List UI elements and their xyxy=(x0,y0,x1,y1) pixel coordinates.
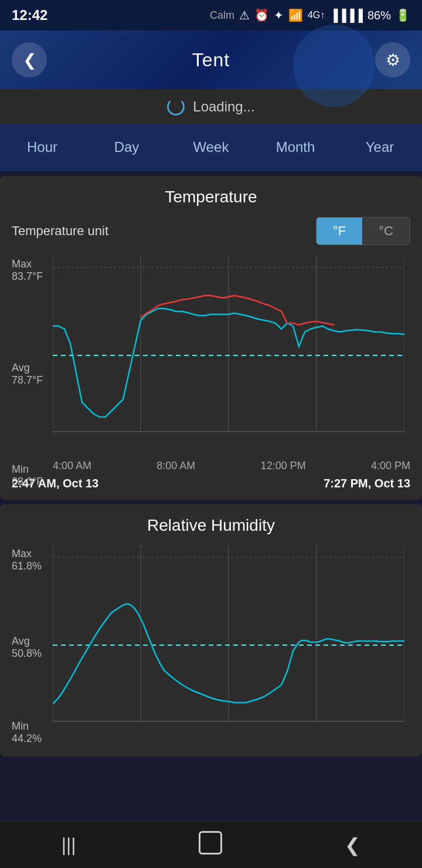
battery-icon: 🔋 xyxy=(396,8,410,22)
menu-icon: ||| xyxy=(62,834,76,855)
status-bar: 12:42 Calm ⚠ ⏰ ✦ 📶 4G↑ ▐▐▐▐ 86% 🔋 xyxy=(0,0,422,30)
temperature-date-range: 2:47 AM, Oct 13 7:27 PM, Oct 13 xyxy=(12,477,410,490)
tab-bar: Hour Day Week Month Year xyxy=(0,124,422,171)
time-label-2: 8:00 AM xyxy=(156,460,195,472)
home-button[interactable] xyxy=(181,825,240,865)
unit-celsius-button[interactable]: °C xyxy=(362,218,410,245)
alarm-icon: ⏰ xyxy=(254,8,269,22)
humidity-chart-svg xyxy=(53,545,404,745)
tab-week[interactable]: Week xyxy=(169,124,253,171)
humidity-avg-label: Avg 50.8% xyxy=(12,635,53,660)
wifi-icon: 📶 xyxy=(288,8,303,22)
humidity-max-label: Max 61.8% xyxy=(12,548,53,572)
network-icon: 4G↑ xyxy=(308,10,325,21)
temp-max-label: Max 83.7°F xyxy=(12,258,53,283)
chart-start-date: 2:47 AM, Oct 13 xyxy=(12,477,98,490)
humidity-title: Relative Humidity xyxy=(12,516,410,535)
time-label-1: 4:00 AM xyxy=(53,460,91,472)
unit-fahrenheit-button[interactable]: °F xyxy=(316,218,362,245)
temperature-svg-wrap xyxy=(53,256,410,457)
chart-end-date: 7:27 PM, Oct 13 xyxy=(324,477,410,490)
humidity-y-labels: Max 61.8% Avg 50.8% Min 44.2% xyxy=(12,545,53,747)
back-button[interactable]: ❮ xyxy=(12,42,47,77)
unit-toggle[interactable]: °F °C xyxy=(316,217,410,245)
status-time: 12:42 xyxy=(12,7,47,23)
temperature-chart-container: Max 83.7°F Avg 78.7°F Min 68.0°F xyxy=(12,256,410,490)
status-icons: Calm ⚠ ⏰ ✦ 📶 4G↑ ▐▐▐▐ 86% 🔋 xyxy=(210,8,410,22)
unit-row: Temperature unit °F °C xyxy=(12,217,410,245)
page-title: Tent xyxy=(192,49,230,71)
alert-icon: ⚠ xyxy=(239,8,250,22)
tab-day[interactable]: Day xyxy=(84,124,169,171)
settings-icon: ⚙ xyxy=(386,50,400,70)
loading-spinner xyxy=(167,98,185,116)
battery-percent: 86% xyxy=(367,9,391,22)
top-nav: ❮ Tent ⚙ xyxy=(0,30,422,89)
humidity-chart-container: Max 61.8% Avg 50.8% Min 44.2% xyxy=(12,545,410,747)
tab-month[interactable]: Month xyxy=(253,124,338,171)
temperature-time-labels: 4:00 AM 8:00 AM 12:00 PM 4:00 PM xyxy=(53,460,410,472)
back-icon: ❮ xyxy=(23,50,36,70)
back-nav-button[interactable]: ❮ xyxy=(327,828,378,862)
temp-avg-label: Avg 78.7°F xyxy=(12,362,53,386)
unit-label: Temperature unit xyxy=(12,223,108,239)
tab-year[interactable]: Year xyxy=(338,124,422,171)
temperature-y-labels: Max 83.7°F Avg 78.7°F Min 68.0°F xyxy=(12,256,53,490)
bluetooth-icon: ✦ xyxy=(274,8,284,22)
humidity-section: Relative Humidity Max 61.8% Avg 50.8% Mi… xyxy=(0,504,422,757)
loading-text: Loading... xyxy=(193,99,254,115)
settings-button[interactable]: ⚙ xyxy=(375,42,410,77)
menu-button[interactable]: ||| xyxy=(44,828,94,862)
tab-hour[interactable]: Hour xyxy=(0,124,84,171)
signal-icon: ▐▐▐▐ xyxy=(329,9,363,22)
back-nav-icon: ❮ xyxy=(345,835,360,856)
humidity-min-label: Min 44.2% xyxy=(12,720,53,745)
temperature-section: Temperature Temperature unit °F °C Max 8… xyxy=(0,176,422,500)
humidity-svg-wrap xyxy=(53,545,410,747)
temperature-title: Temperature xyxy=(12,188,410,206)
time-label-3: 12:00 PM xyxy=(261,460,306,472)
loading-bar: Loading... xyxy=(0,89,422,124)
home-icon xyxy=(199,831,222,855)
time-label-4: 4:00 PM xyxy=(371,460,410,472)
bottom-nav: ||| ❮ xyxy=(0,821,422,868)
temperature-chart-svg xyxy=(53,256,404,455)
calm-icon: Calm xyxy=(210,9,234,22)
